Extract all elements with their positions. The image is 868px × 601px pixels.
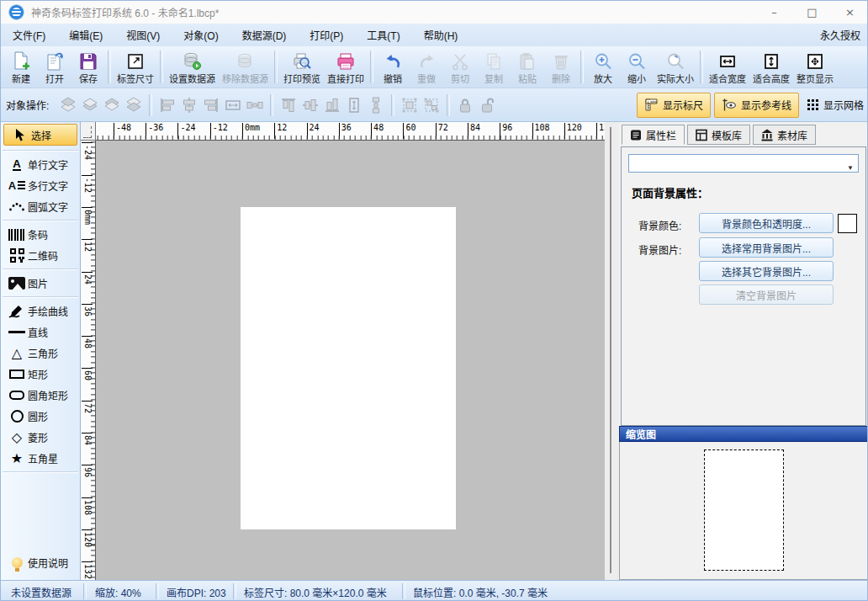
status-mouse-position: 鼠标位置: 0.0 毫米, -30.7 毫米 — [413, 585, 548, 599]
bg-image-common-button[interactable]: 选择常用背景图片... — [699, 237, 834, 258]
v-ruler-label: 48 — [82, 336, 93, 348]
label-size-button[interactable]: 标签尺寸 — [114, 46, 157, 88]
button-label: 整页显示 — [797, 72, 834, 85]
redo-icon — [417, 51, 437, 71]
tool-circle[interactable]: 圆形 — [1, 406, 80, 427]
tool-single-line-text[interactable]: A 单行文字 — [1, 154, 80, 175]
button-label: 打印预览 — [283, 72, 320, 85]
star-icon: ★ — [6, 452, 28, 465]
button-label: 适合宽度 — [709, 72, 746, 85]
menu-print[interactable]: 打印(P) — [298, 28, 355, 42]
menu-help[interactable]: 帮助(H) — [412, 28, 470, 42]
thumbnail-view — [619, 442, 868, 580]
print-preview-button[interactable]: 打印预览 — [280, 46, 324, 88]
splitter-handle[interactable] — [610, 127, 611, 573]
button-label: 标签尺寸 — [117, 72, 154, 85]
cut-button: 剪切 — [443, 46, 477, 88]
print-preview-icon — [293, 51, 312, 71]
whole-page-icon — [806, 51, 824, 71]
close-button[interactable]: × — [831, 1, 868, 24]
tool-barcode[interactable]: 条码 — [1, 224, 80, 245]
align-top-icon — [278, 95, 299, 115]
status-separator — [156, 583, 159, 599]
toolbar-separator — [160, 51, 163, 83]
vertical-ruler: -24-120mm1224364860728496108120132 — [81, 141, 96, 580]
new-document-icon — [12, 51, 30, 71]
tool-arc-text[interactable]: 圆弧文字 — [1, 196, 80, 217]
bg-image-other-button[interactable]: 选择其它背景图片... — [699, 261, 834, 281]
minimize-button[interactable]: – — [755, 1, 793, 24]
fit-height-button[interactable]: 适合高度 — [749, 46, 793, 88]
save-button[interactable]: 保存 — [71, 46, 105, 88]
bg-image-label: 背景图片: — [638, 242, 681, 257]
zoom-out-button[interactable]: 缩小 — [620, 46, 654, 88]
show-ruler-toggle[interactable]: 显示标尺 — [637, 93, 711, 118]
panel-splitter[interactable] — [605, 122, 619, 580]
app-logo-icon — [8, 4, 24, 20]
fit-width-icon — [718, 51, 737, 71]
toolbar-separator — [108, 51, 111, 83]
menu-tools[interactable]: 工具(T) — [355, 28, 411, 42]
actual-size-button[interactable]: 实际大小 — [654, 46, 697, 88]
open-button[interactable]: 打开 — [38, 46, 71, 88]
button-label: 打开 — [45, 72, 64, 85]
direct-print-icon — [336, 51, 355, 71]
tool-qrcode[interactable]: 二维码 — [1, 245, 80, 266]
tab-material-library[interactable]: 素材库 — [753, 125, 816, 145]
object-select-dropdown[interactable]: ▼ — [628, 154, 859, 173]
tool-select[interactable]: 选择 — [3, 124, 77, 146]
v-ruler-label: 84 — [82, 433, 93, 445]
menu-datasource[interactable]: 数据源(D) — [230, 28, 299, 42]
help-button[interactable]: 使用说明 — [1, 552, 80, 573]
direct-print-button[interactable]: 直接打印 — [324, 46, 368, 88]
tool-rounded-rectangle[interactable]: 圆角矩形 — [1, 385, 80, 406]
status-zoom: 缩放: 40% — [95, 585, 141, 599]
menu-file[interactable]: 文件(F) — [1, 28, 57, 42]
bring-to-front-icon — [58, 95, 78, 115]
object-toolbar: 对象操作: 显示标尺 显示参考线 — [1, 88, 868, 122]
tab-properties[interactable]: 属性栏 — [622, 125, 685, 145]
tool-multi-line-text[interactable]: A 多行文字 — [1, 175, 80, 196]
zoom-in-button[interactable]: 放大 — [586, 46, 620, 88]
toolbox-separator — [3, 471, 78, 473]
tool-star[interactable]: ★ 五角星 — [1, 448, 80, 469]
show-guideline-toggle[interactable]: 显示参考线 — [714, 93, 799, 118]
tool-rectangle[interactable]: 矩形 — [1, 364, 80, 385]
menu-object[interactable]: 对象(O) — [172, 28, 230, 42]
tool-straight-line[interactable]: 直线 — [1, 322, 80, 343]
whole-page-button[interactable]: 整页显示 — [793, 46, 837, 88]
side-panel: 属性栏 模板库 素材库 ▼ 页面背景属性： 背景颜色: 背景颜色和透明度... … — [619, 122, 868, 580]
design-canvas[interactable] — [96, 141, 605, 580]
show-grid-toggle[interactable]: 显示网格 — [807, 98, 864, 112]
tool-freehand-curve[interactable]: 手绘曲线 — [1, 300, 80, 322]
tool-label: 菱形 — [28, 430, 48, 444]
h-ruler-label: -12 — [210, 123, 228, 139]
tab-template-library[interactable]: 模板库 — [687, 125, 750, 145]
button-label: 适合高度 — [753, 72, 790, 85]
v-ruler-label: -24 — [82, 142, 93, 160]
set-datasource-button[interactable]: 设置数据源 — [166, 46, 219, 88]
rectangle-icon — [6, 370, 28, 379]
h-ruler-label: 60 — [403, 123, 415, 139]
menu-view[interactable]: 视图(V) — [114, 28, 172, 42]
panel-tabs: 属性栏 模板库 素材库 — [622, 125, 816, 145]
fit-width-button[interactable]: 适合宽度 — [706, 46, 749, 88]
undo-button[interactable]: 撤销 — [376, 46, 410, 88]
status-bar: 未设置数据源 缩放: 40% 画布DPI: 203 标签尺寸: 80.0 毫米×… — [1, 580, 868, 601]
toolbar-separator — [370, 51, 373, 83]
v-ruler-label: 0mm — [82, 207, 93, 225]
tool-image[interactable]: 图片 — [1, 273, 80, 294]
horizontal-ruler: -48-36-24-120mm1224364860728496108120132 — [96, 122, 605, 141]
tool-triangle[interactable]: △ 三角形 — [1, 343, 80, 364]
menu-edit[interactable]: 编辑(E) — [57, 28, 114, 42]
tool-diamond[interactable]: ◇ 菱形 — [1, 427, 80, 448]
label-page[interactable] — [241, 207, 456, 529]
status-label-size: 标签尺寸: 80.0 毫米×120.0 毫米 — [244, 585, 387, 599]
application-window: 神奇条码标签打印系统 6.0 - 未命名1.lbcp* – □ × 文件(F) … — [0, 0, 868, 601]
tool-label: 手绘曲线 — [28, 304, 68, 318]
bg-color-swatch[interactable] — [838, 214, 857, 233]
bg-color-button[interactable]: 背景颜色和透明度... — [699, 213, 834, 233]
tool-label: 直线 — [28, 325, 48, 339]
new-button[interactable]: 新建 — [4, 46, 38, 88]
maximize-button[interactable]: □ — [793, 1, 831, 24]
